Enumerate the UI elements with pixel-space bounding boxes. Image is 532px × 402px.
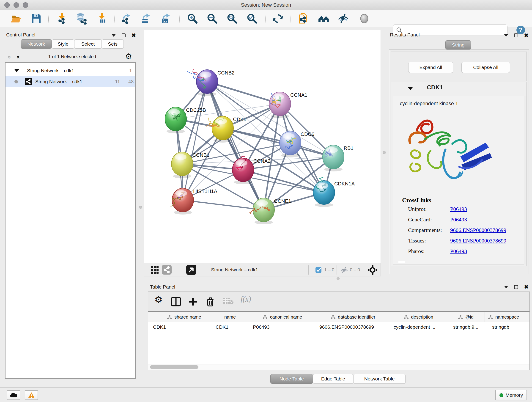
hide-selected-icon[interactable] (337, 13, 349, 25)
control-tab-network[interactable]: Network (21, 39, 52, 49)
close-panel-icon[interactable]: ✖ (524, 285, 528, 289)
collapse-all-trees-icon[interactable]: » (8, 54, 11, 61)
cloud-button[interactable] (7, 390, 20, 400)
memory-status-dot (500, 393, 503, 397)
right-splitter-grip[interactable] (383, 151, 386, 154)
apply-layout-icon[interactable] (272, 13, 284, 25)
zoom-fit-icon[interactable] (226, 13, 238, 25)
warnings-button[interactable] (25, 390, 38, 400)
column-header-shared-name[interactable]: shared name (157, 312, 211, 322)
collapse-all-button[interactable]: Collapse All (462, 62, 510, 73)
import-network-file-icon[interactable] (56, 13, 68, 25)
results-scrollbar[interactable] (524, 96, 526, 264)
control-tab-style[interactable]: Style (52, 39, 74, 49)
scrollbar-thumb[interactable] (150, 365, 198, 369)
tree-expand-icon[interactable] (14, 69, 19, 72)
edge-CCNB2-CCNA1[interactable] (207, 82, 280, 104)
collapse-panel-icon[interactable] (504, 34, 508, 37)
results-tab-string[interactable]: String (445, 40, 471, 50)
network-row-selected[interactable]: String Network – cdk1 11 48 (6, 76, 135, 87)
delete-trash-icon[interactable] (206, 297, 215, 308)
network-collection-row[interactable]: String Network – cdk1 1 (6, 65, 135, 76)
selected-items-checkbox[interactable] (316, 267, 322, 273)
network-node-CCNA1[interactable] (269, 92, 291, 118)
open-file-icon[interactable] (10, 13, 22, 25)
save-session-icon[interactable] (30, 13, 42, 25)
column-header-database-identifier[interactable]: database identifier (316, 312, 390, 322)
cell: 9606.ENSP00000378699 (319, 324, 374, 330)
edge-HIST1H1A-CCNE1[interactable] (183, 200, 264, 210)
export-image-icon[interactable] (160, 13, 172, 25)
toolbar-separator (265, 12, 266, 25)
close-panel-icon[interactable]: ✖ (524, 33, 528, 37)
table-row[interactable]: CDK1CDK1P064939606.ENSP00000378699cyclin… (148, 322, 530, 332)
import-table-file-icon[interactable] (96, 13, 108, 25)
toolbar-separator (114, 12, 114, 25)
network-node-CCNE1[interactable] (250, 198, 274, 224)
network-node-CCNB1[interactable] (171, 152, 193, 178)
first-neighbors-icon[interactable] (318, 13, 330, 25)
open-in-new-window-icon[interactable] (186, 265, 196, 275)
column-header--id[interactable]: @id (447, 312, 485, 322)
crosslink-link[interactable]: P06493 (450, 217, 467, 223)
search-input[interactable] (405, 26, 505, 35)
network-view-canvas[interactable]: CCNB2CCNA1CDC25BCDK1CDC6RB1CCNB1CCNA2CDK… (144, 30, 381, 263)
crosslink-link[interactable]: 9606.ENSP00000378699 (450, 238, 506, 244)
table-settings-gear-icon[interactable]: ⚙ (154, 295, 163, 304)
network-node-CDC25B[interactable] (165, 107, 186, 133)
birdseye-grid-icon[interactable] (151, 266, 159, 275)
network-node-RB1[interactable] (323, 145, 344, 172)
section-collapse-icon[interactable] (408, 87, 413, 90)
add-column-icon[interactable] (171, 297, 181, 307)
fit-selected-crosshair-icon[interactable] (368, 265, 377, 276)
tab-network-table[interactable]: Network Table (353, 374, 405, 384)
add-row-plus-icon[interactable] (188, 297, 198, 307)
left-splitter-grip[interactable] (139, 206, 142, 209)
crosslinks-heading: CrossLinks (402, 197, 431, 204)
column-header-canonical-name[interactable]: canonical name (249, 312, 316, 322)
network-node-HIST1H1A[interactable] (171, 188, 194, 215)
import-network-database-icon[interactable] (75, 13, 87, 25)
expand-all-button[interactable]: Expand All (408, 62, 453, 73)
zoom-selected-icon[interactable] (246, 13, 258, 25)
horizontal-splitter-grip[interactable] (336, 277, 340, 280)
crosslink-row: Uniprot:P06493 (402, 204, 431, 214)
edge-CCNB2-HIST1H1A[interactable] (183, 82, 207, 200)
control-tab-select[interactable]: Select (74, 39, 102, 49)
collapse-panel-icon[interactable] (504, 286, 508, 288)
zoom-in-icon[interactable] (186, 13, 198, 25)
crosslink-link[interactable]: P06493 (450, 248, 467, 254)
float-panel-icon[interactable] (122, 33, 126, 37)
control-panel-window-icons: ✖ (112, 33, 136, 37)
crosslink-link[interactable]: P06493 (450, 206, 467, 212)
section-title: CDK1 (427, 84, 443, 91)
edge-CCNA1-HIST1H1A[interactable] (183, 104, 280, 200)
column-header-name[interactable]: name (211, 312, 249, 322)
results-panel-window-icons: ✖ (504, 33, 528, 37)
new-network-from-selection-icon[interactable] (298, 13, 310, 25)
memory-button[interactable]: Memory (495, 390, 527, 400)
control-tab-sets[interactable]: Sets (102, 39, 124, 49)
show-all-icon[interactable] (358, 13, 370, 25)
control-panel-title: Control Panel (6, 32, 35, 38)
string-style-icon[interactable] (162, 265, 172, 274)
tab-node-table[interactable]: Node Table (270, 374, 313, 384)
column-header-description[interactable]: description (390, 312, 447, 322)
network-options-gear-icon[interactable]: ⚙ (125, 52, 132, 61)
tab-edge-table[interactable]: Edge Table (313, 374, 353, 384)
export-network-icon[interactable] (120, 13, 132, 25)
network-node-CCNB2[interactable] (187, 70, 218, 96)
zoom-out-icon[interactable] (206, 13, 218, 25)
export-table-icon[interactable] (140, 13, 152, 25)
results-button-box: Expand All Collapse All (391, 51, 527, 81)
table-horizontal-scrollbar[interactable] (148, 364, 530, 370)
float-panel-icon[interactable] (514, 285, 518, 289)
collapse-panel-icon[interactable] (112, 34, 116, 37)
column-header-namespace[interactable]: namespace (485, 312, 532, 322)
float-panel-icon[interactable] (514, 33, 518, 37)
network-status-dot (14, 80, 18, 83)
crosslink-link[interactable]: 9606.ENSP00000378699 (450, 227, 506, 233)
node-label-CCNB2: CCNB2 (217, 70, 234, 76)
close-panel-icon[interactable]: ✖ (132, 33, 136, 37)
expand-all-trees-icon[interactable]: » (16, 54, 19, 61)
